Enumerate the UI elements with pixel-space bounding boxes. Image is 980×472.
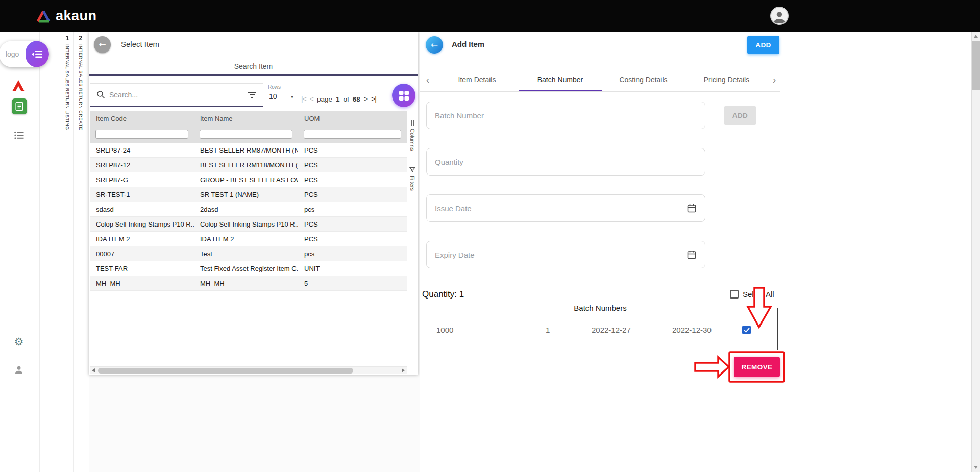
- tabs-scroll-right-icon[interactable]: ›: [768, 68, 780, 91]
- horizontal-scrollbar[interactable]: [90, 366, 407, 374]
- back-button[interactable]: ←: [94, 36, 111, 53]
- left-sidebar: logo ⚙: [0, 32, 40, 472]
- table-row[interactable]: Colop Self Inking Stamps P10 R...Colop S…: [90, 217, 407, 232]
- filter-input-item-name[interactable]: [200, 130, 292, 139]
- user-avatar[interactable]: [770, 7, 789, 25]
- profile-icon[interactable]: [13, 364, 24, 376]
- calendar-icon[interactable]: [687, 203, 697, 213]
- akaun-logo-icon: [36, 9, 51, 23]
- scroll-right-arrow-icon[interactable]: [402, 368, 405, 372]
- panel-title: Add Item: [452, 40, 484, 48]
- scrollbar-thumb[interactable]: [972, 41, 980, 90]
- column-header-item-name[interactable]: Item Name: [194, 111, 298, 126]
- add-button[interactable]: ADD: [747, 36, 779, 54]
- table-row[interactable]: IDA ITEM 2IDA ITEM 2PCS: [90, 232, 407, 246]
- brand[interactable]: akaun: [36, 0, 97, 32]
- batch-add-button[interactable]: ADD: [724, 106, 756, 125]
- table-cell: GROUP - BEST SELLER AS LOW ...: [194, 172, 298, 187]
- item-table-body: SRLP87-24BEST SELLER RM87/MONTH (N...PCS…: [90, 143, 407, 291]
- scrollbar-track[interactable]: [97, 367, 400, 374]
- pdf-app-icon[interactable]: [11, 79, 26, 93]
- table-cell: SRLP87-12: [90, 158, 194, 172]
- table-row[interactable]: SR-TEST-1SR TEST 1 (NAME)PCS: [90, 187, 407, 202]
- scroll-left-arrow-icon[interactable]: [92, 368, 95, 372]
- tab-search-item[interactable]: Search Item: [89, 62, 418, 70]
- rows-label: Rows: [268, 84, 295, 90]
- search-input[interactable]: [109, 91, 243, 99]
- table-row[interactable]: SRLP87-24BEST SELLER RM87/MONTH (N...PCS: [90, 143, 407, 158]
- table-side-controls: Columns Filters: [407, 111, 418, 367]
- tab-item-details[interactable]: Item Details: [435, 68, 519, 91]
- filter-input-item-code[interactable]: [95, 130, 188, 139]
- list-icon: [14, 131, 24, 139]
- last-page-button[interactable]: >|: [371, 95, 376, 103]
- tab-batch-number[interactable]: Batch Number: [519, 68, 602, 91]
- table-cell: PCS: [298, 143, 407, 157]
- table-row[interactable]: TEST-FARTest Fixed Asset Register Item C…: [90, 261, 407, 276]
- filters-control[interactable]: Filters: [409, 167, 415, 191]
- quantity-summary: Quantity: 1: [422, 289, 464, 300]
- expiry-date-input[interactable]: [435, 251, 687, 259]
- first-page-button[interactable]: |<: [301, 95, 306, 103]
- table-cell: pcs: [298, 202, 407, 216]
- grid-view-button[interactable]: [392, 84, 415, 107]
- select-item-panel: ← Select Item Search Item Rows 10 ▾ |< <…: [89, 32, 418, 375]
- table-cell: Colop Self Inking Stamps P10 R...: [90, 217, 194, 231]
- remove-button[interactable]: REMOVE: [734, 357, 780, 377]
- sidebar-logo[interactable]: logo: [0, 41, 49, 67]
- settings-gear-icon[interactable]: ⚙: [13, 336, 24, 347]
- column-header-item-code[interactable]: Item Code: [90, 111, 194, 126]
- table-header-row: Item Code Item Name UOM: [90, 111, 407, 126]
- tab-internal-sales-return-listing[interactable]: 1 INTERNAL SALES RETURN LISTING: [61, 32, 74, 472]
- quantity-input[interactable]: [435, 158, 697, 166]
- page-word: page: [317, 95, 332, 103]
- rows-per-page-select[interactable]: Rows 10 ▾: [268, 84, 295, 103]
- table-cell: SRLP87-G: [90, 172, 194, 187]
- tabs-scroll-left-icon[interactable]: ‹: [420, 68, 435, 91]
- table-row[interactable]: sdasd2dasdpcs: [90, 202, 407, 217]
- table-row[interactable]: SRLP87-GGROUP - BEST SELLER AS LOW ...PC…: [90, 172, 407, 187]
- batch-number-field: [426, 102, 705, 129]
- scrollbar-thumb[interactable]: [98, 368, 353, 374]
- batch-row-checkbox[interactable]: [742, 326, 751, 334]
- next-page-button[interactable]: >: [364, 95, 368, 103]
- table-cell: PCS: [298, 172, 407, 187]
- check-icon: [744, 328, 750, 333]
- batch-expiry-date-value: 2022-12-30: [668, 326, 734, 334]
- workspace-tabs: 1 INTERNAL SALES RETURN LISTING 2 INTERN…: [40, 32, 89, 472]
- batch-number-input[interactable]: [435, 111, 697, 120]
- vertical-scrollbar[interactable]: [971, 32, 980, 472]
- table-cell: IDA ITEM 2: [194, 232, 298, 246]
- select-all-checkbox[interactable]: [730, 290, 739, 299]
- brand-name: akaun: [56, 8, 97, 24]
- filter-input-uom[interactable]: [304, 130, 401, 139]
- scroll-up-arrow-icon[interactable]: [974, 35, 978, 38]
- grid-icon: [399, 90, 409, 101]
- columns-control[interactable]: Columns: [409, 120, 415, 151]
- back-button[interactable]: ←: [426, 36, 443, 54]
- prev-page-button[interactable]: <: [310, 95, 313, 103]
- scroll-down-arrow-icon[interactable]: [974, 466, 978, 469]
- table-row[interactable]: 00007Testpcs: [90, 246, 407, 261]
- ledger-app-icon[interactable]: [12, 98, 27, 114]
- table-row[interactable]: SRLP87-12BEST SELLER RM118/MONTH (...PCS: [90, 158, 407, 172]
- table-cell: PCS: [298, 187, 407, 202]
- calendar-icon[interactable]: [687, 250, 697, 260]
- expiry-date-field: [426, 241, 705, 268]
- add-item-panel: ← Add Item ADD ‹ Item Details Batch Numb…: [420, 32, 971, 472]
- table-cell: 5: [298, 276, 407, 290]
- filter-list-icon[interactable]: [248, 91, 257, 98]
- of-word: of: [344, 95, 349, 103]
- tab-internal-sales-return-create[interactable]: 2 INTERNAL SALES RETURN CREATE: [74, 32, 87, 472]
- tab-pricing-details[interactable]: Pricing Details: [685, 68, 768, 91]
- tab-label: INTERNAL SALES RETURN LISTING: [65, 44, 70, 130]
- table-filter-row: [90, 126, 407, 143]
- issue-date-input[interactable]: [435, 204, 687, 213]
- column-header-uom[interactable]: UOM: [298, 111, 407, 126]
- select-all[interactable]: Select All: [730, 290, 774, 299]
- batch-row[interactable]: 1000 1 2022-12-27 2022-12-30: [423, 326, 777, 334]
- tab-costing-details[interactable]: Costing Details: [602, 68, 685, 91]
- list-menu-icon[interactable]: [14, 131, 24, 140]
- table-cell: SR TEST 1 (NAME): [194, 187, 298, 202]
- table-row[interactable]: MH_MHMH_MH5: [90, 276, 407, 291]
